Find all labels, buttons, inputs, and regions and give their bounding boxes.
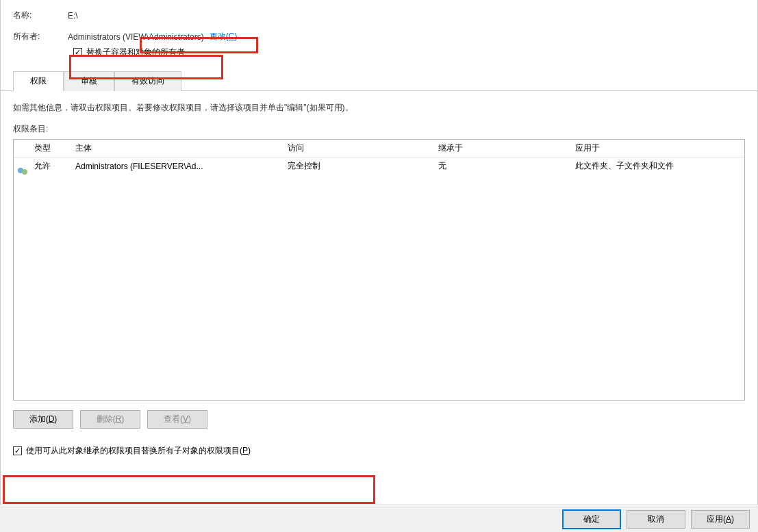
remove-button[interactable]: 删除(R) bbox=[80, 410, 140, 429]
dialog-footer: 确定 取消 应用(A) bbox=[0, 506, 758, 532]
replace-owner-row: 替换子容器和对象的所有者 bbox=[73, 47, 745, 58]
col-applies[interactable]: 应用于 bbox=[575, 142, 744, 154]
row-applies: 此文件夹、子文件夹和文件 bbox=[575, 160, 744, 172]
entry-button-row: 添加(D) 删除(R) 查看(V) bbox=[13, 410, 745, 429]
name-value: E:\ bbox=[68, 11, 78, 21]
owner-value: Administrators (VIEW\Administrators) bbox=[68, 32, 204, 42]
replace-owner-label: 替换子容器和对象的所有者 bbox=[86, 47, 185, 58]
view-button[interactable]: 查看(V) bbox=[147, 410, 207, 429]
entries-label: 权限条目: bbox=[13, 123, 745, 135]
tabs: 权限 审核 有效访问 bbox=[1, 71, 757, 91]
col-principal[interactable]: 主体 bbox=[75, 142, 288, 154]
tab-auditing[interactable]: 审核 bbox=[64, 71, 114, 91]
ok-button[interactable]: 确定 bbox=[562, 509, 621, 529]
cancel-button[interactable]: 取消 bbox=[627, 510, 685, 529]
advanced-security-dialog: 名称: E:\ 所有者: Administrators (VIEW\Admini… bbox=[0, 0, 758, 505]
table-header: 类型 主体 访问 继承于 应用于 bbox=[14, 140, 744, 157]
row-access: 完全控制 bbox=[288, 160, 438, 172]
row-type: 允许 bbox=[34, 160, 75, 172]
col-access[interactable]: 访问 bbox=[288, 142, 438, 154]
add-button[interactable]: 添加(D) bbox=[13, 410, 73, 429]
tab-permissions[interactable]: 权限 bbox=[13, 71, 64, 91]
replace-child-checkbox[interactable] bbox=[13, 446, 22, 455]
row-inherited: 无 bbox=[438, 160, 575, 172]
permission-entries-table[interactable]: 类型 主体 访问 继承于 应用于 允许 Administrators (FILE… bbox=[13, 139, 745, 401]
replace-owner-checkbox[interactable] bbox=[73, 48, 82, 57]
annotation-highlight bbox=[3, 475, 375, 504]
owner-label: 所有者: bbox=[13, 31, 68, 42]
apply-button[interactable]: 应用(A) bbox=[691, 510, 750, 529]
name-label: 名称: bbox=[13, 10, 68, 21]
name-row: 名称: E:\ bbox=[13, 10, 745, 21]
replace-child-row: 使用可从此对象继承的权限项目替换所有子对象的权限项目(P) bbox=[13, 445, 745, 457]
change-owner-link[interactable]: 更改(C) bbox=[210, 31, 238, 42]
tab-effective-access[interactable]: 有效访问 bbox=[114, 71, 181, 91]
replace-child-label: 使用可从此对象继承的权限项目替换所有子对象的权限项目(P) bbox=[26, 445, 251, 457]
row-principal: Administrators (FILESERVER\Ad... bbox=[75, 162, 288, 171]
table-row[interactable]: 允许 Administrators (FILESERVER\Ad... 完全控制… bbox=[14, 157, 744, 175]
owner-row: 所有者: Administrators (VIEW\Administrators… bbox=[13, 31, 745, 42]
col-type[interactable]: 类型 bbox=[34, 142, 75, 154]
info-text: 如需其他信息，请双击权限项目。若要修改权限项目，请选择该项目并单击"编辑"(如果… bbox=[13, 102, 745, 114]
col-inherited[interactable]: 继承于 bbox=[438, 142, 575, 154]
